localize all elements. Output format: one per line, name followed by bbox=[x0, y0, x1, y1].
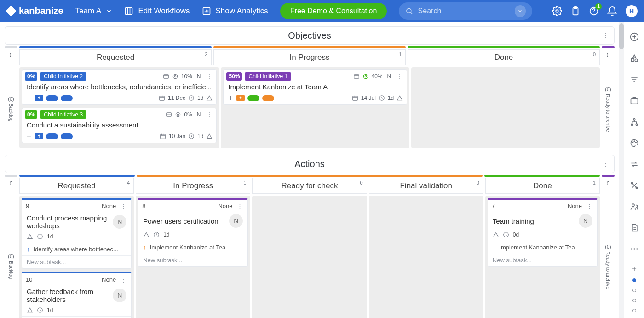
objective-card[interactable]: 50% Child Initiative 1 40% N ⋮ Implement… bbox=[223, 69, 407, 105]
card-title: Conduct process mapping workshops bbox=[27, 214, 109, 230]
new-subtask-input[interactable]: New subtask... bbox=[138, 254, 247, 266]
help-button[interactable]: 1 bbox=[589, 6, 599, 16]
column-header-requested[interactable]: Requested4 bbox=[19, 178, 134, 194]
add-subtask-button[interactable]: + bbox=[26, 133, 32, 139]
column-header-inprogress[interactable]: In Progress1 bbox=[136, 178, 250, 194]
user-avatar[interactable]: H bbox=[626, 5, 638, 17]
chip bbox=[262, 95, 274, 101]
objective-card[interactable]: 0% Child Initiative 3 0% N ⋮ Conduct a s… bbox=[22, 108, 217, 143]
users-button[interactable] bbox=[629, 202, 639, 211]
tools-button[interactable] bbox=[629, 181, 639, 190]
search-dropdown-button[interactable] bbox=[515, 5, 526, 17]
strip-archive bbox=[602, 46, 615, 48]
search-input[interactable] bbox=[418, 7, 510, 15]
svg-rect-21 bbox=[353, 96, 358, 100]
column-done[interactable] bbox=[411, 67, 600, 148]
logo[interactable]: kanbanize bbox=[6, 6, 63, 16]
document-button[interactable] bbox=[629, 223, 639, 232]
clipboard-button[interactable] bbox=[570, 6, 581, 16]
search-field[interactable] bbox=[399, 2, 532, 20]
backlog-header[interactable]: 0 bbox=[5, 178, 17, 194]
arrow-up-icon: ↑ bbox=[143, 244, 146, 251]
zoom-level-dot[interactable] bbox=[632, 309, 636, 312]
ready-to-archive-label[interactable]: (0)Ready to archive bbox=[602, 67, 615, 148]
lane-menu-button[interactable]: ⋮ bbox=[602, 32, 609, 39]
column-header-readycheck[interactable]: Ready for check0 bbox=[252, 178, 367, 194]
notifications-button[interactable] bbox=[607, 6, 617, 16]
demo-button[interactable]: Free Demo & Consultation bbox=[280, 3, 387, 19]
edit-workflows-button[interactable]: Edit Workflows bbox=[124, 6, 190, 16]
triangle-icon bbox=[27, 233, 33, 240]
zoom-level-dot[interactable] bbox=[632, 299, 636, 302]
vertical-scrollbar[interactable] bbox=[619, 22, 624, 318]
assignee-avatar[interactable]: N bbox=[113, 289, 126, 302]
archive-header[interactable]: 0 bbox=[602, 49, 615, 65]
column-inprogress[interactable]: 8None⋮ Power users certificationN 1d ↑Im… bbox=[136, 196, 250, 318]
backlog-label[interactable]: (0)Backlog bbox=[5, 67, 17, 148]
svg-point-35 bbox=[634, 141, 635, 142]
add-subtask-button[interactable]: + bbox=[26, 95, 32, 101]
zoom-control[interactable] bbox=[629, 266, 639, 318]
new-subtask-input[interactable]: New subtask... bbox=[488, 254, 597, 266]
card-menu-button[interactable]: ⋮ bbox=[120, 202, 127, 209]
action-card[interactable]: 10None⋮ Gather feedback from stakeholder… bbox=[22, 272, 132, 318]
initiative-tag: Child Initiative 3 bbox=[40, 110, 86, 119]
action-card[interactable]: 9None⋮ Conduct process mapping workshops… bbox=[22, 198, 132, 269]
zoom-level-dot[interactable] bbox=[632, 278, 636, 282]
column-inprogress[interactable]: 50% Child Initiative 1 40% N ⋮ Implement… bbox=[221, 67, 409, 148]
lane-menu-button[interactable]: ⋮ bbox=[602, 160, 609, 168]
chevron-down-icon bbox=[518, 8, 523, 13]
column-final[interactable] bbox=[369, 196, 483, 318]
new-subtask-input[interactable]: New subtask... bbox=[22, 255, 131, 268]
objective-card[interactable]: 0% Child Initiative 2 10% N ⋮ Identify a… bbox=[22, 69, 217, 105]
parent-link[interactable]: Implement Kanbanize at Tea... bbox=[150, 244, 230, 251]
column-readycheck[interactable] bbox=[252, 196, 367, 318]
column-requested[interactable]: 9None⋮ Conduct process mapping workshops… bbox=[19, 196, 134, 318]
card-menu-button[interactable]: ⋮ bbox=[205, 73, 213, 80]
shapes-button[interactable] bbox=[629, 54, 639, 63]
action-card[interactable]: 8None⋮ Power users certificationN 1d ↑Im… bbox=[138, 198, 248, 267]
card-menu-button[interactable]: ⋮ bbox=[586, 202, 593, 209]
board-scroll[interactable]: Objectives ⋮ 0 Requested2 In Progress1 D… bbox=[0, 22, 619, 318]
add-subtask-button[interactable]: + bbox=[227, 95, 234, 101]
action-card[interactable]: 7None⋮ Team trainingN 0d ↑Implement Kanb… bbox=[488, 198, 598, 267]
column-requested[interactable]: 0% Child Initiative 2 10% N ⋮ Identify a… bbox=[19, 67, 219, 148]
column-header-requested[interactable]: Requested2 bbox=[19, 49, 212, 65]
column-header-final[interactable]: Final validation0 bbox=[369, 178, 483, 194]
parent-link[interactable]: Implement Kanbanize at Tea... bbox=[499, 244, 580, 251]
column-header-done[interactable]: Done1 bbox=[485, 178, 600, 194]
scrollbar-thumb[interactable] bbox=[619, 23, 624, 49]
lane-title: Actions bbox=[294, 159, 325, 169]
hierarchy-button[interactable] bbox=[629, 117, 639, 127]
parent-link[interactable]: Identify areas where bottlenec... bbox=[34, 246, 118, 253]
ready-to-archive-label[interactable]: (0)Ready to archive bbox=[602, 196, 615, 318]
assignee-avatar[interactable]: N bbox=[579, 214, 592, 228]
backlog-header[interactable]: 0 bbox=[5, 49, 17, 65]
more-button[interactable] bbox=[629, 244, 639, 254]
swap-button[interactable] bbox=[629, 160, 639, 169]
assignee-avatar[interactable]: N bbox=[113, 215, 126, 229]
zoom-in-button[interactable] bbox=[629, 266, 639, 272]
clock-icon bbox=[153, 231, 160, 238]
card-menu-button[interactable]: ⋮ bbox=[205, 111, 213, 118]
archive-header[interactable]: 0 bbox=[602, 178, 615, 194]
column-done[interactable]: 7None⋮ Team trainingN 0d ↑Implement Kanb… bbox=[485, 196, 600, 318]
briefcase-button[interactable] bbox=[629, 96, 639, 105]
show-analytics-button[interactable]: Show Analytics bbox=[202, 6, 268, 16]
team-selector[interactable]: Team A bbox=[75, 6, 113, 16]
card-menu-button[interactable]: ⋮ bbox=[120, 276, 127, 283]
palette-button[interactable] bbox=[629, 139, 639, 148]
backlog-label[interactable]: (0)Backlog bbox=[5, 196, 17, 318]
add-card-button[interactable] bbox=[629, 32, 639, 42]
zoom-level-dot[interactable] bbox=[632, 289, 636, 292]
card-menu-button[interactable]: ⋮ bbox=[396, 73, 404, 80]
bar-chart-icon bbox=[202, 6, 211, 16]
filter-button[interactable] bbox=[629, 75, 639, 84]
column-header-inprogress[interactable]: In Progress1 bbox=[213, 49, 406, 65]
more-icon bbox=[630, 244, 639, 254]
column-header-done[interactable]: Done0 bbox=[408, 49, 600, 65]
lane-header-objectives: Objectives ⋮ bbox=[5, 26, 615, 45]
card-menu-button[interactable]: ⋮ bbox=[236, 202, 244, 209]
assignee-avatar[interactable]: N bbox=[229, 214, 243, 228]
settings-button[interactable] bbox=[552, 6, 562, 16]
